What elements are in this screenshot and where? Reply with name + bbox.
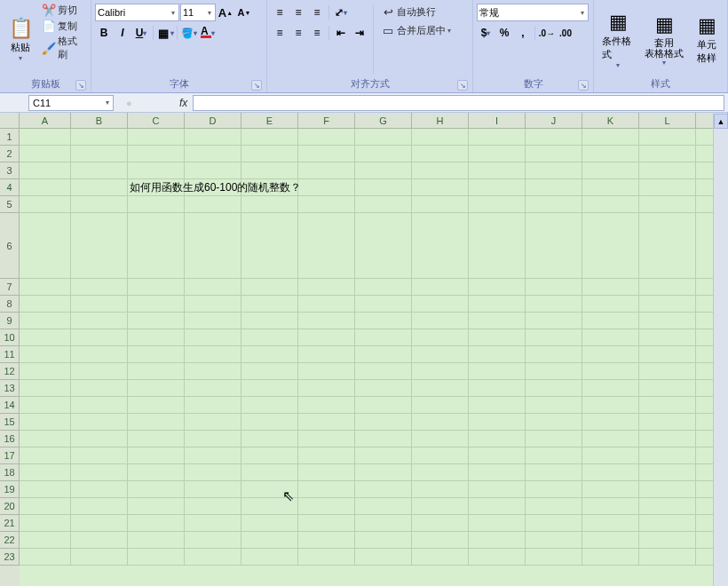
cell[interactable] bbox=[241, 532, 298, 548]
cell[interactable] bbox=[639, 397, 696, 413]
cell[interactable] bbox=[639, 498, 696, 514]
underline-button[interactable]: U▾ bbox=[132, 24, 150, 42]
cell[interactable] bbox=[241, 380, 298, 396]
cell[interactable] bbox=[71, 515, 128, 531]
copy-button[interactable]: 📄复制 bbox=[39, 18, 87, 34]
row-header[interactable]: 12 bbox=[0, 363, 20, 380]
cell[interactable] bbox=[355, 329, 412, 345]
cell[interactable] bbox=[241, 481, 298, 497]
cell[interactable] bbox=[582, 296, 639, 312]
cell[interactable] bbox=[639, 464, 696, 480]
cell[interactable] bbox=[71, 532, 128, 548]
cell[interactable] bbox=[185, 498, 241, 514]
cell[interactable] bbox=[355, 162, 412, 178]
cell[interactable]: 如何用函数生成60-100的随机整数？ bbox=[128, 179, 185, 195]
cell[interactable] bbox=[582, 464, 639, 480]
column-header[interactable]: C bbox=[128, 113, 185, 129]
number-format-combo[interactable]: 常规▾ bbox=[477, 4, 589, 21]
cell[interactable] bbox=[582, 549, 639, 565]
cell[interactable] bbox=[71, 313, 128, 329]
cell[interactable] bbox=[412, 279, 469, 295]
cell[interactable] bbox=[469, 464, 526, 480]
font-color-button[interactable]: A▾ bbox=[199, 24, 217, 42]
cell[interactable] bbox=[298, 179, 355, 195]
cell[interactable] bbox=[526, 397, 582, 413]
cell[interactable] bbox=[241, 414, 298, 430]
cell[interactable] bbox=[298, 213, 355, 278]
cell[interactable] bbox=[639, 447, 696, 463]
cell[interactable] bbox=[298, 346, 355, 362]
cell[interactable] bbox=[71, 447, 128, 463]
cell[interactable] bbox=[639, 279, 696, 295]
cell[interactable] bbox=[298, 397, 355, 413]
cell[interactable] bbox=[469, 313, 526, 329]
cell[interactable] bbox=[582, 532, 639, 548]
cell[interactable] bbox=[412, 549, 469, 565]
row-header[interactable]: 13 bbox=[0, 380, 20, 397]
cell[interactable] bbox=[71, 380, 128, 396]
cell[interactable] bbox=[469, 549, 526, 565]
cell[interactable] bbox=[412, 498, 469, 514]
cell[interactable] bbox=[582, 414, 639, 430]
cell[interactable] bbox=[20, 397, 71, 413]
cell[interactable] bbox=[412, 397, 469, 413]
row-header[interactable]: 6 bbox=[0, 213, 20, 279]
column-header[interactable]: A bbox=[20, 113, 71, 129]
row-header[interactable]: 9 bbox=[0, 313, 20, 329]
cell[interactable] bbox=[355, 346, 412, 362]
cell[interactable] bbox=[71, 498, 128, 514]
row-header[interactable]: 23 bbox=[0, 549, 20, 566]
bold-button[interactable]: B bbox=[95, 24, 113, 42]
column-header[interactable]: I bbox=[469, 113, 526, 129]
cell-styles-button[interactable]: ▦ 单元 格样 bbox=[690, 2, 724, 76]
cell[interactable] bbox=[639, 179, 696, 195]
cell[interactable] bbox=[128, 279, 185, 295]
cell[interactable] bbox=[298, 532, 355, 548]
row-header[interactable]: 3 bbox=[0, 162, 20, 179]
cell[interactable] bbox=[20, 162, 71, 178]
cell[interactable] bbox=[526, 447, 582, 463]
cell[interactable] bbox=[582, 179, 639, 195]
row-header[interactable]: 5 bbox=[0, 196, 20, 213]
cell[interactable] bbox=[298, 146, 355, 162]
cell[interactable] bbox=[185, 279, 241, 295]
align-left-button[interactable]: ≡ bbox=[271, 24, 289, 42]
cell[interactable] bbox=[128, 346, 185, 362]
cell[interactable] bbox=[526, 146, 582, 162]
cell[interactable] bbox=[241, 549, 298, 565]
cell[interactable] bbox=[469, 481, 526, 497]
column-header[interactable]: J bbox=[526, 113, 582, 129]
cell[interactable] bbox=[71, 162, 128, 178]
format-as-table-button[interactable]: ▦ 套用 表格格式 ▾ bbox=[640, 2, 688, 76]
cell[interactable] bbox=[298, 329, 355, 345]
cell[interactable] bbox=[582, 346, 639, 362]
cell[interactable] bbox=[128, 329, 185, 345]
cell[interactable] bbox=[185, 549, 241, 565]
cell[interactable] bbox=[298, 431, 355, 447]
wrap-text-button[interactable]: ↩自动换行 bbox=[378, 4, 454, 20]
cell[interactable] bbox=[298, 447, 355, 463]
row-header[interactable]: 17 bbox=[0, 447, 20, 464]
cell[interactable] bbox=[185, 296, 241, 312]
cell[interactable] bbox=[412, 346, 469, 362]
cell[interactable] bbox=[412, 146, 469, 162]
cell[interactable] bbox=[469, 129, 526, 145]
cell[interactable] bbox=[582, 129, 639, 145]
cell[interactable] bbox=[20, 532, 71, 548]
cell[interactable] bbox=[412, 129, 469, 145]
cell[interactable] bbox=[526, 129, 582, 145]
row-header[interactable]: 18 bbox=[0, 464, 20, 481]
cell[interactable] bbox=[412, 196, 469, 212]
cut-button[interactable]: ✂️剪切 bbox=[39, 2, 87, 18]
cell[interactable] bbox=[412, 481, 469, 497]
cell[interactable] bbox=[185, 346, 241, 362]
cell[interactable] bbox=[526, 162, 582, 178]
increase-decimal-button[interactable]: .0→ bbox=[538, 24, 556, 42]
cell[interactable] bbox=[71, 549, 128, 565]
cell[interactable] bbox=[71, 129, 128, 145]
name-box[interactable]: C11▾ bbox=[28, 95, 114, 111]
cell[interactable] bbox=[355, 196, 412, 212]
cell[interactable] bbox=[298, 313, 355, 329]
cell[interactable] bbox=[20, 279, 71, 295]
formula-input[interactable] bbox=[193, 95, 724, 111]
